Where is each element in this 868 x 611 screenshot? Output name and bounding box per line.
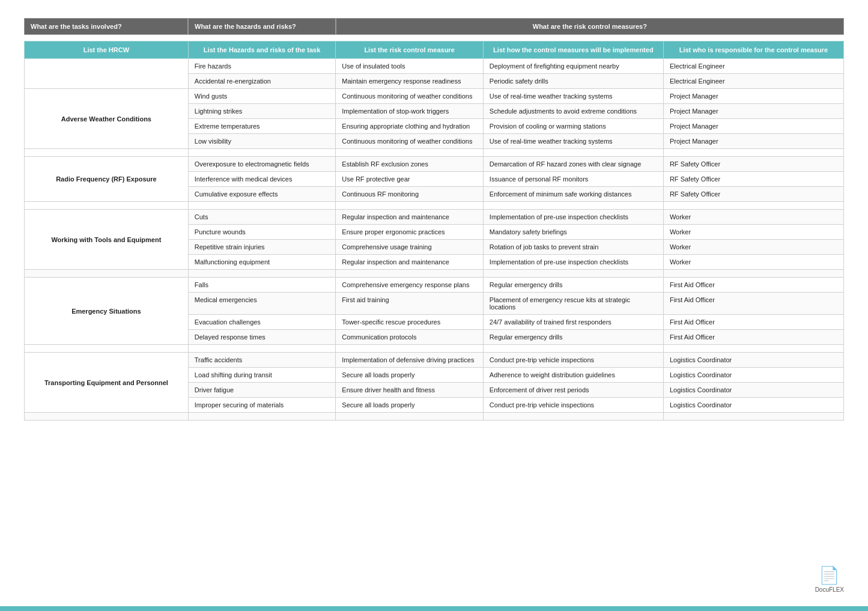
control-cell: Ensure driver health and fitness	[336, 383, 484, 398]
control-cell: Secure all loads properly	[336, 398, 484, 413]
empty-cell	[663, 202, 843, 210]
responsible-cell: Logistics Coordinator	[663, 383, 843, 398]
responsible-cell: RF Safety Officer	[663, 172, 843, 187]
empty-cell	[483, 270, 663, 278]
hazard-cell: Malfunctioning equipment	[188, 255, 336, 270]
responsible-cell: Project Manager	[663, 119, 843, 134]
category-cell: Working with Tools and Equipment	[25, 210, 189, 270]
empty-cell	[25, 149, 189, 157]
empty-cell	[483, 345, 663, 353]
responsible-cell: RF Safety Officer	[663, 157, 843, 172]
control-cell: Regular inspection and maintenance	[336, 210, 484, 225]
responsible-cell: Worker	[663, 255, 843, 270]
implementation-cell: Implementation of pre-use inspection che…	[483, 255, 663, 270]
responsible-cell: First Aid Officer	[663, 330, 843, 345]
control-cell: Continuous monitoring of weather conditi…	[336, 134, 484, 149]
implementation-cell: Implementation of pre-use inspection che…	[483, 210, 663, 225]
category-cell	[25, 59, 189, 89]
bottom-bar	[0, 606, 868, 611]
responsible-cell: Worker	[663, 240, 843, 255]
implementation-cell: 24/7 availability of trained first respo…	[483, 315, 663, 330]
implementation-cell: Placement of emergency rescue kits at st…	[483, 293, 663, 315]
hazard-cell: Interference with medical devices	[188, 172, 336, 187]
header-hazards: What are the hazards and risks?	[188, 18, 336, 35]
implementation-cell: Adherence to weight distribution guideli…	[483, 368, 663, 383]
hazard-cell: Repetitive strain injuries	[188, 240, 336, 255]
responsible-cell: Worker	[663, 225, 843, 240]
empty-cell	[336, 413, 484, 421]
category-cell: Radio Frequency (RF) Exposure	[25, 157, 189, 202]
header-controls: What are the risk control measures?	[336, 18, 844, 35]
implementation-cell: Deployment of firefighting equipment nea…	[483, 59, 663, 74]
responsible-cell: Project Manager	[663, 89, 843, 104]
hazard-cell: Cuts	[188, 210, 336, 225]
responsible-cell: Project Manager	[663, 134, 843, 149]
hazard-cell: Medical emergencies	[188, 293, 336, 315]
responsible-cell: Worker	[663, 210, 843, 225]
implementation-cell: Issuance of personal RF monitors	[483, 172, 663, 187]
docuflex-logo: 📄 DocuFLEX	[815, 565, 844, 593]
responsible-cell: Electrical Engineer	[663, 59, 843, 74]
category-cell: Transporting Equipment and Personnel	[25, 353, 189, 413]
responsible-cell: Electrical Engineer	[663, 74, 843, 89]
responsible-cell: Logistics Coordinator	[663, 353, 843, 368]
page: What are the tasks involved? What are th…	[0, 0, 868, 611]
control-cell: Maintain emergency response readiness	[336, 74, 484, 89]
empty-cell	[483, 149, 663, 157]
implementation-cell: Schedule adjustments to avoid extreme co…	[483, 104, 663, 119]
hazard-cell: Overexposure to electromagnetic fields	[188, 157, 336, 172]
empty-cell	[25, 202, 189, 210]
hazard-cell: Puncture wounds	[188, 225, 336, 240]
empty-cell	[188, 413, 336, 421]
responsible-cell: RF Safety Officer	[663, 187, 843, 202]
main-table: List the HRCW List the Hazards and risks…	[24, 41, 844, 421]
empty-cell	[188, 270, 336, 278]
control-cell: Use of insulated tools	[336, 59, 484, 74]
hazard-cell: Accidental re-energization	[188, 74, 336, 89]
control-cell: Continuous monitoring of weather conditi…	[336, 89, 484, 104]
implementation-cell: Enforcement of minimum safe working dist…	[483, 187, 663, 202]
top-header: What are the tasks involved? What are th…	[24, 18, 844, 35]
hazard-cell: Delayed response times	[188, 330, 336, 345]
implementation-cell: Enforcement of driver rest periods	[483, 383, 663, 398]
control-cell: Communication protocols	[336, 330, 484, 345]
empty-cell	[336, 345, 484, 353]
hazard-cell: Evacuation challenges	[188, 315, 336, 330]
implementation-cell: Rotation of job tasks to prevent strain	[483, 240, 663, 255]
empty-cell	[663, 149, 843, 157]
implementation-cell: Conduct pre-trip vehicle inspections	[483, 398, 663, 413]
hazard-cell: Falls	[188, 278, 336, 293]
control-cell: Establish RF exclusion zones	[336, 157, 484, 172]
hazard-cell: Low visibility	[188, 134, 336, 149]
empty-cell	[663, 270, 843, 278]
responsible-cell: Logistics Coordinator	[663, 398, 843, 413]
empty-cell	[663, 413, 843, 421]
control-cell: Implementation of stop-work triggers	[336, 104, 484, 119]
control-cell: Ensuring appropriate clothing and hydrat…	[336, 119, 484, 134]
hazard-cell: Wind gusts	[188, 89, 336, 104]
col-header-control-measure: List the risk control measure	[336, 41, 484, 59]
control-cell: Comprehensive emergency response plans	[336, 278, 484, 293]
empty-cell	[25, 345, 189, 353]
col-header-implementation: List how the control measures will be im…	[483, 41, 663, 59]
docuflex-text: DocuFLEX	[815, 586, 844, 593]
responsible-cell: Logistics Coordinator	[663, 368, 843, 383]
control-cell: Use RF protective gear	[336, 172, 484, 187]
hazard-cell: Extreme temperatures	[188, 119, 336, 134]
hazard-cell: Cumulative exposure effects	[188, 187, 336, 202]
implementation-cell: Conduct pre-trip vehicle inspections	[483, 353, 663, 368]
empty-cell	[483, 413, 663, 421]
hazard-cell: Improper securing of materials	[188, 398, 336, 413]
hazard-cell: Driver fatigue	[188, 383, 336, 398]
hazard-cell: Lightning strikes	[188, 104, 336, 119]
header-tasks: What are the tasks involved?	[24, 18, 188, 35]
control-cell: Tower-specific rescue procedures	[336, 315, 484, 330]
implementation-cell: Provision of cooling or warming stations	[483, 119, 663, 134]
control-cell: First aid training	[336, 293, 484, 315]
implementation-cell: Periodic safety drills	[483, 74, 663, 89]
empty-cell	[336, 149, 484, 157]
responsible-cell: First Aid Officer	[663, 315, 843, 330]
implementation-cell: Use of real-time weather tracking system…	[483, 134, 663, 149]
responsible-cell: First Aid Officer	[663, 278, 843, 293]
hazard-cell: Traffic accidents	[188, 353, 336, 368]
